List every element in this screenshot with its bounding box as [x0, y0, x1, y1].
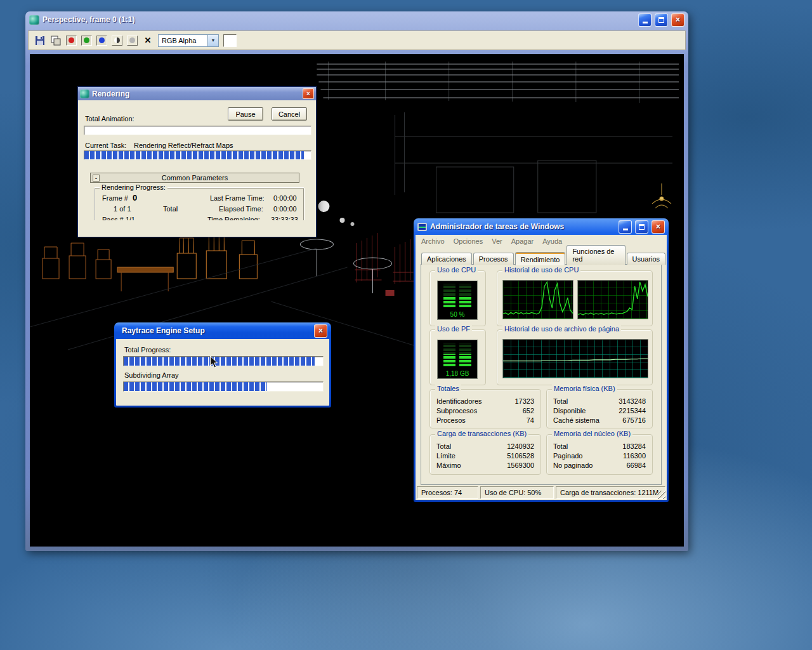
cpu-history-group: Historial de uso de CPU	[497, 270, 653, 326]
info-row: Caché sistema675716	[553, 416, 646, 424]
current-task-label: Current Task:	[85, 142, 126, 149]
task-progressbar	[84, 150, 311, 160]
floppy-icon	[35, 36, 45, 46]
tab-funciones-de-red[interactable]: Funciones de red	[566, 245, 625, 265]
last-frame-time-label: Last Frame Time:	[210, 194, 265, 202]
menu-bar: Archivo Opciones Ver Apagar Ayuda	[416, 235, 667, 248]
subdividing-progressbar	[123, 381, 324, 392]
red-channel-button[interactable]	[66, 36, 77, 46]
pause-button[interactable]: Pause	[228, 107, 263, 121]
info-row: Total1240932	[436, 442, 534, 450]
background-color-swatch[interactable]	[223, 34, 237, 47]
close-icon: ×	[676, 16, 680, 23]
resize-grip[interactable]	[657, 491, 665, 499]
status-processes: Procesos: 74	[417, 486, 478, 499]
kernel-memory-title: Memoria del núcleo (KB)	[552, 430, 632, 437]
save-bitmap-button[interactable]	[34, 35, 46, 46]
max-app-icon	[29, 15, 39, 25]
tab-aplicaciones[interactable]: Aplicaciones	[421, 253, 472, 265]
tab-procesos[interactable]: Procesos	[473, 253, 514, 265]
subdividing-label: Subdividing Array	[124, 371, 179, 379]
minimize-button[interactable]	[619, 220, 632, 234]
monochrome-icon	[114, 37, 120, 43]
info-row: Procesos74	[436, 416, 534, 424]
info-row: Disponible2215344	[553, 407, 646, 415]
info-row: Total183284	[553, 442, 646, 450]
rendering-dialog-titlebar[interactable]: Rendering ×	[78, 87, 316, 100]
render-window-titlebar[interactable]: Perspective, frame 0 (1:1) ×	[27, 11, 686, 28]
close-icon: ×	[318, 327, 323, 335]
total-animation-label: Total Animation:	[85, 115, 134, 123]
total-animation-progressbar	[84, 126, 311, 135]
pf-usage-title: Uso de PF	[435, 325, 472, 333]
common-parameters-header[interactable]: - Common Parameters	[90, 173, 299, 183]
close-button[interactable]: ×	[314, 324, 327, 338]
channel-dropdown[interactable]: RGB Alpha ▼	[158, 34, 219, 47]
channel-dropdown-value: RGB Alpha	[162, 37, 196, 44]
kernel-memory-group: Memoria del núcleo (KB) Total183284 Pagi…	[546, 434, 653, 475]
pass-label: Pass # 1/1	[102, 216, 135, 220]
last-frame-time-value: 0:00:00	[273, 194, 297, 202]
tab-strip: Aplicaciones Procesos Rendimiento Funcio…	[421, 252, 667, 265]
task-manager-window: Administrador de tareas de Windows × Arc…	[414, 218, 669, 502]
close-button[interactable]: ×	[652, 220, 665, 234]
alpha-channel-button[interactable]	[127, 36, 138, 46]
cpu-usage-title: Uso de CPU	[435, 266, 478, 274]
rendering-progress-title: Rendering Progress:	[100, 183, 167, 191]
task-manager-body: Archivo Opciones Ver Apagar Ayuda Aplica…	[416, 235, 667, 500]
raytrace-dialog-title: Raytrace Engine Setup	[118, 326, 311, 335]
status-bar: Procesos: 74 Uso de CPU: 50% Carga de tr…	[417, 486, 665, 499]
green-channel-icon	[84, 37, 89, 43]
tab-usuarios[interactable]: Usuarios	[627, 253, 665, 265]
rendimiento-panel: Uso de CPU 50 % Historial de uso de CPU	[421, 264, 662, 485]
time-remaining-value: 33:33:33	[271, 216, 298, 220]
cpu-history-title: Historial de uso de CPU	[502, 266, 580, 274]
common-parameters-title: Common Parameters	[162, 174, 228, 182]
collapse-icon[interactable]: -	[93, 175, 100, 182]
close-button[interactable]: ×	[671, 13, 684, 27]
cpu-history-graph-1	[502, 280, 573, 319]
tab-rendimiento[interactable]: Rendimiento	[515, 252, 566, 265]
info-row: Paginado116300	[553, 452, 646, 460]
green-channel-button[interactable]	[81, 36, 92, 46]
info-row: Subprocesos652	[436, 407, 534, 415]
red-channel-icon	[69, 37, 74, 43]
blue-channel-icon	[99, 37, 105, 43]
minimize-button[interactable]	[638, 13, 652, 27]
minimize-icon	[643, 22, 648, 23]
task-manager-title: Administrador de tareas de Windows	[430, 222, 615, 231]
info-row: Límite5106528	[436, 452, 534, 460]
totals-title: Totales	[435, 385, 461, 392]
cancel-button[interactable]: Cancel	[272, 107, 307, 121]
clear-button[interactable]: ✕	[142, 36, 154, 45]
task-manager-titlebar[interactable]: Administrador de tareas de Windows ×	[416, 218, 667, 235]
maximize-icon	[658, 17, 664, 23]
total-label: Total	[163, 205, 178, 213]
rendering-dialog-title: Rendering	[92, 90, 300, 98]
render-window-toolbar: ✕ RGB Alpha ▼	[28, 30, 686, 50]
blue-channel-button[interactable]	[96, 36, 107, 46]
chevron-down-icon: ▼	[207, 35, 218, 46]
menu-archivo[interactable]: Archivo	[417, 235, 449, 247]
menu-apagar[interactable]: Apagar	[507, 235, 538, 247]
cpu-usage-value: 50 %	[438, 311, 477, 318]
monochrome-button[interactable]	[112, 36, 122, 46]
status-cpu-usage: Uso de CPU: 50%	[480, 486, 554, 499]
close-icon: ×	[656, 223, 660, 230]
physical-memory-title: Memoria física (KB)	[552, 385, 617, 392]
maximize-button[interactable]	[655, 13, 668, 27]
pf-usage-value: 1,18 GB	[438, 370, 477, 377]
menu-ver[interactable]: Ver	[487, 235, 507, 247]
menu-opciones[interactable]: Opciones	[449, 235, 487, 247]
menu-ayuda[interactable]: Ayuda	[538, 235, 566, 247]
maximize-icon	[639, 224, 645, 230]
pf-usage-group: Uso de PF 1,18 GB	[429, 329, 486, 385]
raytrace-dialog-titlebar[interactable]: Raytrace Engine Setup ×	[116, 322, 329, 339]
maximize-button[interactable]	[635, 220, 648, 234]
raytrace-dialog-body: Total Progress: Subdividing Array	[116, 339, 329, 406]
close-button[interactable]: ×	[303, 88, 314, 99]
info-row: Total3143248	[553, 397, 646, 405]
clear-icon: ✕	[145, 36, 152, 45]
clone-window-button[interactable]	[50, 35, 62, 46]
minimize-icon	[623, 229, 628, 230]
